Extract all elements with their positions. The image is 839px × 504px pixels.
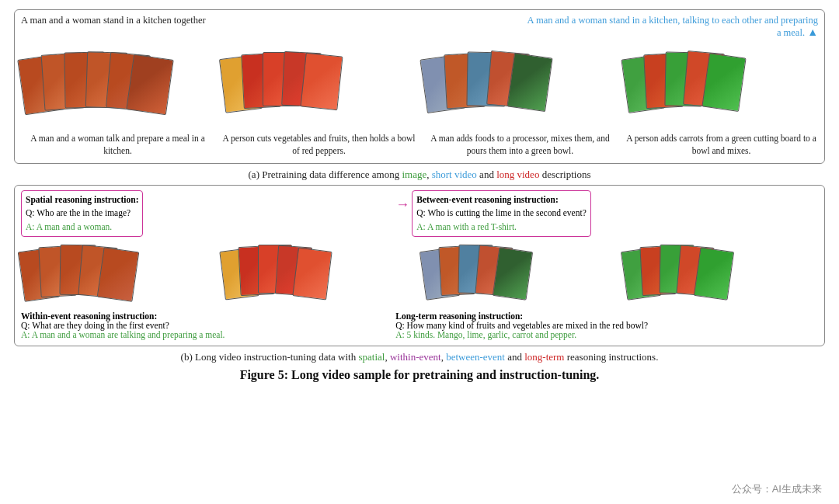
- between-q: Q: Who is cutting the lime in the second…: [416, 207, 587, 220]
- desc-2: A person cuts vegetables and fruits, the…: [222, 132, 416, 157]
- main-container: A man and a woman stand in a kitchen tog…: [0, 0, 839, 390]
- label-a-suffix: descriptions: [539, 169, 590, 180]
- label-a-prefix: (a) Pretraining data difference among: [249, 169, 402, 180]
- desc-row-a: A man and a woman talk and prepare a mea…: [21, 132, 818, 157]
- b-frame-stack-3: [423, 240, 618, 308]
- section-a-label: (a) Pretraining data difference among im…: [14, 169, 825, 181]
- spatial-box: Spatial reasoning instruction: Q: Who ar…: [21, 190, 143, 237]
- b-within-block: Within-event reasoning instruction: Q: W…: [21, 311, 395, 339]
- desc-1: A man and a woman talk and prepare a mea…: [21, 132, 214, 157]
- frame-stack-4: [625, 46, 818, 123]
- frame-stack-2: [222, 46, 416, 123]
- b-frame-stack-4: [624, 240, 819, 308]
- b-bottom-labels: Within-event reasoning instruction: Q: W…: [21, 311, 818, 339]
- b-strip-2: [222, 240, 417, 308]
- label-a-and: and: [477, 169, 496, 180]
- frame-stack-3: [423, 46, 617, 123]
- video-strip-row-a: [21, 42, 818, 127]
- longterm-a: A: 5 kinds. Mango, lime, garlic, carrot …: [395, 330, 818, 339]
- label-b-prefix: (b) Long video instruction-tuning data w…: [181, 351, 359, 363]
- frame-4-5: [701, 53, 746, 112]
- section-a: A man and a woman stand in a kitchen tog…: [14, 9, 825, 164]
- frame-3-5: [507, 53, 552, 112]
- desc-4: A person adds carrots from a green cutti…: [625, 132, 818, 157]
- caption-right: A man and a woman stand in a kitchen, ta…: [523, 15, 818, 39]
- label-a-image: image: [402, 169, 426, 180]
- label-b-between: between-event: [446, 351, 505, 363]
- section-b-label: (b) Long video instruction-tuning data w…: [14, 351, 825, 363]
- b-strip-4: [624, 240, 819, 308]
- label-b-and: and: [505, 351, 524, 363]
- spatial-a: A: A man and a woman.: [26, 221, 138, 234]
- caption-left: A man and a woman stand in a kitchen tog…: [21, 15, 206, 26]
- b-top-labels: Spatial reasoning instruction: Q: Who ar…: [21, 190, 818, 237]
- frame-1-6: [126, 54, 174, 116]
- b-spatial-block: Spatial reasoning instruction: Q: Who ar…: [21, 190, 395, 237]
- b-longterm-block: Long-term reasoning instruction: Q: How …: [395, 311, 818, 339]
- b-strip-3: [423, 240, 618, 308]
- arrow-between-icon: →: [395, 196, 409, 213]
- b-frame-stack-1: [21, 240, 216, 308]
- within-a: A: A man and a woman are talking and pre…: [21, 330, 395, 339]
- within-q: Q: What are they doing in the first even…: [21, 321, 395, 330]
- label-b-suffix: reasoning instructions.: [564, 351, 658, 363]
- label-b-within: within-event: [390, 351, 441, 363]
- figure-caption: Figure 5: Long video sample for pretrain…: [14, 368, 825, 382]
- watermark: 公众号：AI生成未来: [732, 482, 822, 496]
- section-b: Spatial reasoning instruction: Q: Who ar…: [14, 185, 825, 346]
- between-a: A: A man with a red T-shirt.: [416, 221, 587, 234]
- b-strip-1: [21, 240, 216, 308]
- between-title: Between-event reasoning instruction:: [416, 193, 587, 207]
- video-strip-2: [222, 42, 416, 127]
- caption-right-text: A man and a woman stand in a kitchen, ta…: [527, 15, 818, 38]
- label-a-long: long video: [496, 169, 539, 180]
- desc-3: A man adds foods to a processor, mixes t…: [423, 132, 617, 157]
- b-strips-row: [21, 240, 818, 308]
- b-between-block: → Between-event reasoning instruction: Q…: [395, 190, 818, 237]
- label-a-short: short video: [432, 169, 477, 180]
- longterm-q: Q: How many kind of fruits and vegetable…: [395, 321, 818, 330]
- b-frame-4-5: [693, 247, 733, 301]
- frame-stack-1: [21, 46, 214, 123]
- b-frame-3-5: [493, 247, 533, 301]
- b-frame-1-5: [97, 247, 140, 302]
- video-strip-3: [423, 42, 617, 127]
- between-box: Between-event reasoning instruction: Q: …: [412, 190, 591, 237]
- video-strip-4: [625, 42, 818, 127]
- label-b-spatial: spatial: [358, 351, 385, 363]
- b-frame-stack-2: [222, 240, 417, 308]
- video-strip-1: [21, 42, 214, 127]
- spatial-title: Spatial reasoning instruction:: [26, 193, 138, 207]
- caption-row-top: A man and a woman stand in a kitchen tog…: [21, 15, 818, 39]
- within-title: Within-event reasoning instruction:: [21, 311, 395, 321]
- spatial-q: Q: Who are the in the image?: [26, 207, 138, 220]
- label-b-longterm: long-term: [524, 351, 564, 363]
- arrow-up-icon: ▲: [807, 26, 818, 38]
- b-frame-2-5: [292, 247, 332, 300]
- frame-2-5: [300, 53, 343, 111]
- longterm-title: Long-term reasoning instruction:: [395, 311, 818, 321]
